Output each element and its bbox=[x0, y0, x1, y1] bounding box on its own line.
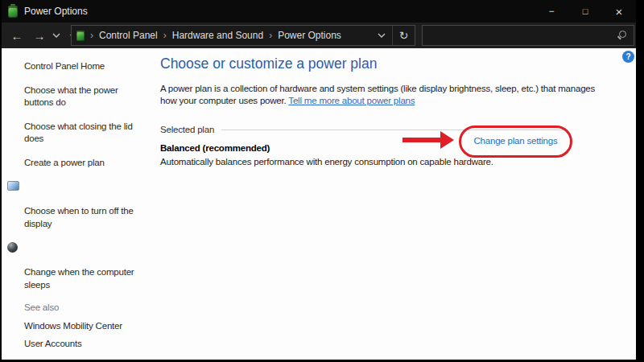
power-options-window: Power Options − □ × ← → ↑ › Control Pane… bbox=[2, 0, 636, 360]
monitor-icon bbox=[7, 181, 19, 191]
breadcrumb-separator: › bbox=[90, 30, 93, 41]
forward-button[interactable]: → bbox=[29, 23, 50, 48]
intro-line-2: how your computer uses power. Tell me mo… bbox=[160, 95, 574, 107]
recent-pages-chevron-icon[interactable] bbox=[50, 23, 63, 48]
sidebar-item-control-panel-home[interactable]: Control Panel Home bbox=[24, 60, 147, 73]
selected-plan-label: Selected plan bbox=[160, 125, 214, 134]
refresh-icon[interactable]: ↻ bbox=[392, 26, 415, 45]
sidebar-item-user-accounts[interactable]: User Accounts bbox=[24, 338, 122, 349]
search-box[interactable] bbox=[422, 25, 634, 46]
page-title: Choose or customize a power plan bbox=[160, 56, 574, 72]
sleep-icon bbox=[7, 242, 18, 253]
address-dropdown-chevron-icon[interactable] bbox=[371, 26, 392, 45]
annotation-arrow bbox=[402, 138, 440, 142]
intro-line-2-text: how your computer uses power. bbox=[160, 96, 288, 105]
intro-paragraph: A power plan is a collection of hardware… bbox=[160, 83, 574, 107]
plan-description: Automatically balances performance with … bbox=[160, 157, 574, 167]
change-plan-settings-link[interactable]: Change plan settings bbox=[461, 136, 570, 146]
maximize-button[interactable]: □ bbox=[568, 0, 602, 23]
sidebar-item-label: Choose when to turn off the display bbox=[24, 206, 134, 228]
annotation-arrow-head bbox=[440, 131, 454, 149]
annotation-highlight-oval: Change plan settings bbox=[459, 125, 572, 158]
window-title: Power Options bbox=[24, 6, 88, 17]
see-also-heading: See also bbox=[24, 302, 122, 312]
search-input[interactable] bbox=[423, 30, 616, 41]
navigation-bar: ← → ↑ › Control Panel › Hardware and Sou… bbox=[2, 23, 636, 48]
sidebar-item-closing-lid[interactable]: Choose what closing the lid does bbox=[24, 121, 147, 146]
breadcrumb-hardware-and-sound[interactable]: Hardware and Sound bbox=[172, 30, 263, 41]
magnifier-icon bbox=[616, 30, 627, 41]
sidebar-item-power-buttons[interactable]: Choose what the power buttons do bbox=[24, 84, 147, 109]
window-controls: − □ × bbox=[535, 0, 636, 23]
close-button[interactable]: × bbox=[602, 0, 636, 23]
sidebar-item-create-power-plan[interactable]: Create a power plan bbox=[24, 157, 147, 170]
sidebar-item-turn-off-display[interactable]: Choose when to turn off the display bbox=[24, 180, 147, 230]
battery-icon bbox=[76, 31, 85, 41]
intro-line-1: A power plan is a collection of hardware… bbox=[160, 83, 574, 95]
titlebar: Power Options − □ × bbox=[2, 0, 636, 23]
main-panel: Choose or customize a power plan A power… bbox=[160, 48, 574, 360]
breadcrumb-separator: › bbox=[269, 30, 272, 41]
sidebar: Control Panel Home Choose what the power… bbox=[2, 48, 159, 360]
content-area: ? Control Panel Home Choose what the pow… bbox=[2, 48, 636, 360]
minimize-button[interactable]: − bbox=[535, 0, 568, 23]
battery-icon bbox=[8, 6, 18, 18]
sidebar-item-windows-mobility-center[interactable]: Windows Mobility Center bbox=[24, 320, 122, 331]
breadcrumb-power-options[interactable]: Power Options bbox=[278, 30, 341, 41]
back-button[interactable]: ← bbox=[6, 23, 27, 48]
breadcrumb-control-panel[interactable]: Control Panel bbox=[99, 30, 158, 41]
breadcrumb-separator: › bbox=[163, 30, 167, 41]
sidebar-item-computer-sleeps[interactable]: Change when the computer sleeps bbox=[24, 241, 147, 291]
see-also-section: See also Windows Mobility Center User Ac… bbox=[24, 302, 122, 356]
sidebar-item-label: Change when the computer sleeps bbox=[24, 267, 134, 290]
address-bar[interactable]: › Control Panel › Hardware and Sound › P… bbox=[71, 25, 415, 46]
help-icon[interactable]: ? bbox=[622, 51, 634, 63]
tell-me-more-link[interactable]: Tell me more about power plans bbox=[288, 96, 415, 105]
